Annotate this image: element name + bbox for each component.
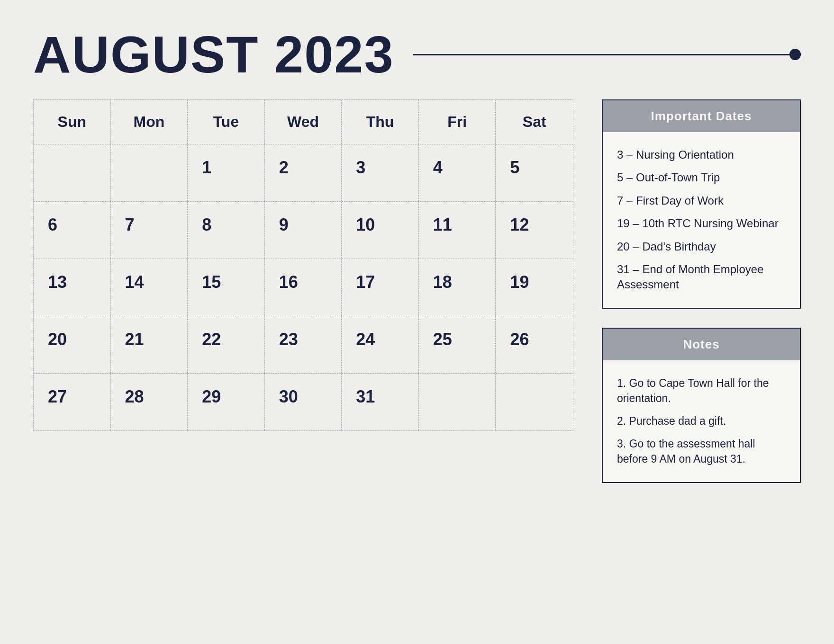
calendar-day-4: 4 [419, 144, 496, 201]
calendar-day-2: 2 [265, 144, 342, 201]
calendar-cell-empty [496, 374, 573, 430]
calendar-day-9: 9 [265, 202, 342, 259]
calendar-day-19: 19 [496, 259, 573, 316]
important-date-item-3: 7 – First Day of Work [617, 189, 786, 212]
calendar-week-4: 20212223242526 [34, 316, 573, 374]
sidebar: Important Dates 3 – Nursing Orientation5… [602, 99, 801, 616]
calendar-day-13: 13 [34, 259, 111, 316]
calendar-day-14: 14 [111, 259, 188, 316]
calendar-day-header: Sat [496, 100, 573, 144]
important-date-item-2: 5 – Out-of-Town Trip [617, 166, 786, 189]
calendar-cell-empty [419, 374, 496, 430]
important-date-item-1: 3 – Nursing Orientation [617, 143, 786, 166]
calendar-week-2: 6789101112 [34, 202, 573, 259]
calendar-week-3: 13141516171819 [34, 259, 573, 316]
calendar-day-22: 22 [188, 316, 265, 373]
calendar-day-10: 10 [342, 202, 419, 259]
calendar-day-30: 30 [265, 374, 342, 430]
calendar-day-25: 25 [419, 316, 496, 373]
calendar-grid: SunMonTueWedThuFriSat 123456789101112131… [33, 99, 573, 431]
calendar-section: SunMonTueWedThuFriSat 123456789101112131… [33, 99, 573, 616]
calendar-week-5: 2728293031 [34, 374, 573, 430]
calendar-day-23: 23 [265, 316, 342, 373]
calendar-cell-empty [34, 144, 111, 201]
calendar-header-row: SunMonTueWedThuFriSat [34, 100, 573, 144]
calendar-day-27: 27 [34, 374, 111, 430]
notes-box: Notes 1. Go to Cape Town Hall for the or… [602, 328, 801, 483]
calendar-day-header: Fri [419, 100, 496, 144]
note-item-3: 3. Go to the assessment hall before 9 AM… [617, 432, 786, 470]
calendar-day-header: Sun [34, 100, 111, 144]
calendar-day-18: 18 [419, 259, 496, 316]
calendar-day-15: 15 [188, 259, 265, 316]
important-date-item-5: 20 – Dad's Birthday [617, 235, 786, 258]
calendar-day-21: 21 [111, 316, 188, 373]
calendar-day-29: 29 [188, 374, 265, 430]
calendar-day-8: 8 [188, 202, 265, 259]
calendar-day-31: 31 [342, 374, 419, 430]
main-content: SunMonTueWedThuFriSat 123456789101112131… [33, 99, 801, 616]
calendar-day-5: 5 [496, 144, 573, 201]
calendar-day-26: 26 [496, 316, 573, 373]
notes-header: Notes [603, 329, 800, 360]
note-item-1: 1. Go to Cape Town Hall for the orientat… [617, 372, 786, 410]
note-item-2: 2. Purchase dad a gift. [617, 410, 786, 432]
calendar-day-header: Wed [265, 100, 342, 144]
important-dates-header: Important Dates [603, 100, 800, 132]
calendar-day-16: 16 [265, 259, 342, 316]
title-decorative-line [413, 54, 801, 55]
calendar-day-24: 24 [342, 316, 419, 373]
calendar-day-20: 20 [34, 316, 111, 373]
calendar-day-12: 12 [496, 202, 573, 259]
page-title: AUGUST 2023 [33, 28, 394, 80]
important-dates-box: Important Dates 3 – Nursing Orientation5… [602, 99, 801, 309]
notes-list: 1. Go to Cape Town Hall for the orientat… [617, 372, 786, 471]
calendar-day-1: 1 [188, 144, 265, 201]
calendar-day-header: Thu [342, 100, 419, 144]
calendar-week-1: 12345 [34, 144, 573, 202]
calendar-day-11: 11 [419, 202, 496, 259]
calendar-day-17: 17 [342, 259, 419, 316]
important-dates-list: 3 – Nursing Orientation5 – Out-of-Town T… [617, 143, 786, 296]
calendar-day-28: 28 [111, 374, 188, 430]
calendar-day-6: 6 [34, 202, 111, 259]
calendar-day-header: Tue [188, 100, 265, 144]
calendar-day-3: 3 [342, 144, 419, 201]
important-date-item-4: 19 – 10th RTC Nursing Webinar [617, 212, 786, 235]
calendar-day-header: Mon [111, 100, 188, 144]
calendar-day-7: 7 [111, 202, 188, 259]
calendar-cell-empty [111, 144, 188, 201]
important-date-item-6: 31 – End of Month Employee Assessment [617, 258, 786, 296]
